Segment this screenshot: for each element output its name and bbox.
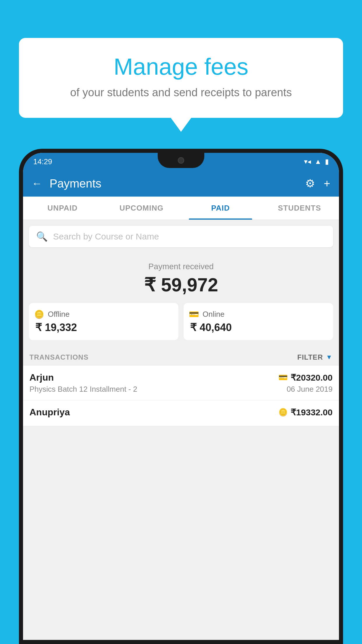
phone-mockup: 14:29 ▾◂ ▲ ▮ ← Payments ⚙ + [19, 149, 343, 644]
card-icon: 💳 [189, 309, 199, 319]
tab-upcoming[interactable]: UPCOMING [102, 197, 181, 220]
transactions-header: TRANSACTIONS FILTER ▼ [23, 346, 339, 366]
transaction-top: Anupriya 🪙 ₹19332.00 [29, 407, 333, 418]
app-bar-title: Payments [50, 177, 101, 190]
transaction-top: Arjun 💳 ₹20320.00 [29, 372, 333, 383]
bubble-subtitle: of your students and send receipts to pa… [36, 85, 326, 100]
tab-paid[interactable]: PAID [181, 197, 260, 220]
speech-bubble-container: Manage fees of your students and send re… [19, 38, 343, 118]
payment-summary: Payment received ₹ 59,972 🪙 Offline ₹ 19… [23, 253, 339, 346]
tabs-bar: UNPAID UPCOMING PAID STUDENTS [23, 197, 339, 220]
wifi-icon: ▾◂ [304, 158, 311, 166]
payment-total-amount: ₹ 59,972 [29, 274, 333, 296]
app-bar-left: ← Payments [32, 177, 101, 190]
online-amount: ₹ 40,640 [189, 321, 328, 334]
transaction-amount-wrapper: 💳 ₹20320.00 [278, 372, 333, 383]
transaction-row[interactable]: Arjun 💳 ₹20320.00 Physics Batch 12 Insta… [23, 366, 339, 400]
bubble-title: Manage fees [36, 54, 326, 80]
app-bar: ← Payments ⚙ + [23, 170, 339, 197]
phone-notch [158, 153, 204, 168]
offline-card: 🪙 Offline ₹ 19,332 [29, 303, 178, 340]
transaction-amount: ₹19332.00 [291, 407, 333, 417]
content-area: 🔍 Search by Course or Name Payment recei… [23, 220, 339, 640]
status-time: 14:29 [33, 157, 52, 166]
back-button[interactable]: ← [32, 177, 42, 190]
battery-icon: ▮ [325, 158, 329, 166]
search-placeholder: Search by Course or Name [53, 232, 159, 242]
phone-inner: 14:29 ▾◂ ▲ ▮ ← Payments ⚙ + [23, 153, 339, 640]
speech-bubble: Manage fees of your students and send re… [19, 38, 343, 118]
transaction-amount-wrapper: 🪙 ₹19332.00 [278, 407, 333, 417]
plus-icon[interactable]: + [324, 177, 330, 190]
cash-icon: 🪙 [34, 309, 44, 319]
transaction-name: Arjun [29, 372, 54, 383]
transaction-date: 06 June 2019 [287, 385, 333, 394]
online-card: 💳 Online ₹ 40,640 [184, 303, 333, 340]
tab-students[interactable]: STUDENTS [260, 197, 339, 220]
filter-button[interactable]: FILTER ▼ [297, 353, 333, 361]
payment-received-label: Payment received [29, 262, 333, 271]
payment-cards: 🪙 Offline ₹ 19,332 💳 Online ₹ 40,640 [29, 303, 333, 340]
tab-unpaid[interactable]: UNPAID [23, 197, 102, 220]
filter-icon: ▼ [326, 354, 333, 361]
offline-card-header: 🪙 Offline [34, 309, 173, 319]
status-icons: ▾◂ ▲ ▮ [304, 158, 329, 166]
notch-camera [178, 157, 184, 164]
gear-icon[interactable]: ⚙ [305, 177, 315, 190]
offline-amount: ₹ 19,332 [34, 321, 173, 334]
signal-icon: ▲ [314, 158, 321, 166]
app-bar-right: ⚙ + [305, 177, 330, 190]
search-icon: 🔍 [36, 231, 48, 242]
transaction-row[interactable]: Anupriya 🪙 ₹19332.00 [23, 400, 339, 426]
transaction-course: Physics Batch 12 Installment - 2 [29, 385, 137, 394]
transaction-amount: ₹20320.00 [291, 372, 333, 383]
transaction-name: Anupriya [29, 407, 70, 418]
transaction-bottom: Physics Batch 12 Installment - 2 06 June… [29, 385, 333, 394]
card-payment-icon: 💳 [278, 373, 288, 382]
phone-outer: 14:29 ▾◂ ▲ ▮ ← Payments ⚙ + [19, 149, 343, 644]
offline-label: Offline [48, 310, 70, 319]
cash-payment-icon: 🪙 [278, 408, 288, 417]
online-label: Online [203, 310, 224, 319]
online-card-header: 💳 Online [189, 309, 328, 319]
transactions-label: TRANSACTIONS [29, 353, 89, 361]
search-bar[interactable]: 🔍 Search by Course or Name [29, 226, 333, 247]
filter-label: FILTER [297, 353, 323, 361]
